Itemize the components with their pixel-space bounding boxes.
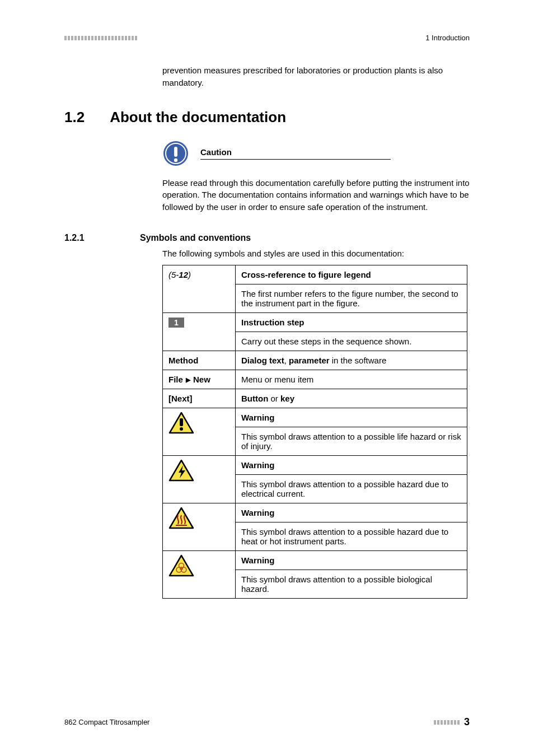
table-row: Warning xyxy=(163,550,467,570)
file-new-label: File ▶ New xyxy=(163,370,236,389)
menu-arrow-icon: ▶ xyxy=(184,376,192,383)
continued-paragraph: prevention measures prescribed for labor… xyxy=(162,64,470,89)
page-number: 3 xyxy=(464,716,470,728)
file-left1: File xyxy=(168,375,183,384)
caution-block: Caution Please read through this documen… xyxy=(162,140,470,213)
warn-bio-icon-cell xyxy=(163,550,236,598)
crossref-title: Cross-reference to figure legend xyxy=(236,265,467,284)
file-desc: Menu or menu item xyxy=(236,370,467,389)
crossref-prefix: (5- xyxy=(168,270,179,279)
table-row: [Next] Button or key xyxy=(163,389,467,408)
warn-elec-icon-cell xyxy=(163,455,236,503)
svg-rect-5 xyxy=(180,418,183,426)
warn-heat-title: Warning xyxy=(236,503,467,522)
next-bold2: key xyxy=(280,394,294,403)
method-mid1: , xyxy=(284,356,289,365)
table-row: Method Dialog text, parameter in the sof… xyxy=(163,351,467,370)
svg-point-3 xyxy=(174,158,177,161)
svg-point-6 xyxy=(180,427,183,431)
step-title: Instruction step xyxy=(236,312,467,332)
page-header: 1 Introduction xyxy=(64,34,470,42)
subsection-title: Symbols and conventions xyxy=(140,233,251,243)
crossref-bold: 12 xyxy=(179,270,188,279)
next-label: [Next] xyxy=(163,389,236,408)
table-row: (5-12) Cross-reference to figure legend xyxy=(163,265,467,284)
warning-electrical-icon xyxy=(168,459,194,482)
warn-life-icon-cell xyxy=(163,408,236,455)
method-desc: Dialog text, parameter in the software xyxy=(236,351,467,370)
warn-elec-desc: This symbol draws attention to a possibl… xyxy=(236,474,467,503)
method-label: Method xyxy=(163,351,236,370)
next-desc: Button or key xyxy=(236,389,467,408)
caution-rule xyxy=(200,159,391,160)
table-row: Warning xyxy=(163,408,467,427)
section-number: 1.2 xyxy=(64,109,85,126)
warn-bio-title: Warning xyxy=(236,550,467,570)
header-decoration xyxy=(64,36,137,40)
next-mid: or xyxy=(268,394,280,403)
crossref-desc: The first number refers to the figure nu… xyxy=(236,284,467,312)
subsection-intro: The following symbols and styles are use… xyxy=(162,249,470,258)
warn-bio-desc: This symbol draws attention to a possibl… xyxy=(236,570,467,598)
method-bold2: parameter xyxy=(289,356,330,365)
section-title: About the documentation xyxy=(110,109,286,126)
table-row: Warning xyxy=(163,455,467,474)
caution-icon xyxy=(162,140,189,167)
table-row: Warning xyxy=(163,503,467,522)
warn-life-title: Warning xyxy=(236,408,467,427)
warn-elec-title: Warning xyxy=(236,455,467,474)
warning-heat-icon xyxy=(168,507,194,529)
warning-biohazard-icon xyxy=(168,554,194,577)
warn-heat-desc: This symbol draws attention to a possibl… xyxy=(236,522,467,550)
file-left2: New xyxy=(193,375,210,384)
crossref-suffix: ) xyxy=(188,270,191,279)
subsection-number: 1.2.1 xyxy=(64,233,115,243)
page-footer: 862 Compact Titrosampler 3 xyxy=(64,716,470,728)
crossref-symbol-cell: (5-12) xyxy=(163,265,236,312)
caution-label: Caution xyxy=(200,147,470,157)
warn-heat-icon-cell xyxy=(163,503,236,550)
next-bold1: Button xyxy=(241,394,268,403)
step-badge: 1 xyxy=(168,318,184,328)
svg-rect-2 xyxy=(174,147,177,157)
caution-text: Please read through this documentation c… xyxy=(162,177,470,213)
svg-marker-11 xyxy=(170,556,193,576)
step-symbol-cell: 1 xyxy=(163,312,236,351)
method-mid2: in the software xyxy=(330,356,387,365)
symbols-table: (5-12) Cross-reference to figure legend … xyxy=(162,265,467,599)
header-chapter: 1 Introduction xyxy=(425,34,470,42)
table-row: 1 Instruction step xyxy=(163,312,467,332)
footer-decoration xyxy=(434,720,460,725)
subsection-heading: 1.2.1 Symbols and conventions xyxy=(64,233,470,243)
step-desc: Carry out these steps in the sequence sh… xyxy=(236,332,467,351)
warn-life-desc: This symbol draws attention to a possibl… xyxy=(236,427,467,455)
method-bold1: Dialog text xyxy=(241,356,284,365)
footer-title: 862 Compact Titrosampler xyxy=(64,718,149,726)
section-heading: 1.2 About the documentation xyxy=(64,109,470,126)
warning-life-icon xyxy=(168,412,194,434)
table-row: File ▶ New Menu or menu item xyxy=(163,370,467,389)
